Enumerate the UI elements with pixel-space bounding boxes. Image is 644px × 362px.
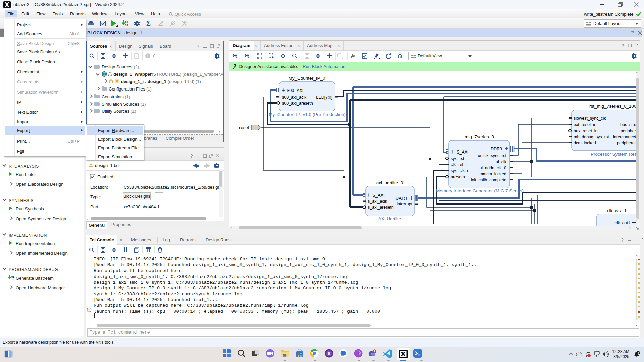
svg-text:aresetn: aresetn [451, 175, 465, 179]
svg-text:10: 10 [11, 278, 14, 281]
svg-text:interconnect_aresetn[0:0]: interconnect_aresetn[0:0] [613, 135, 636, 139]
svg-text:sys_rst: sys_rst [451, 156, 464, 161]
svg-text:clk_wiz_1: clk_wiz_1 [607, 208, 627, 213]
svg-text:ui_clk: ui_clk [496, 160, 507, 164]
svg-text:s00_axi_aclk: s00_axi_aclk [282, 95, 307, 100]
svg-text:interrupt: interrupt [397, 202, 412, 206]
svg-text:s_axi_aresetn: s_axi_aresetn [368, 205, 394, 210]
svg-text:rst_mig_7series_0_100: rst_mig_7series_0_100 [589, 104, 636, 109]
svg-text:bus_struct_reset[0:0]: bus_struct_reset[0:0] [620, 122, 636, 127]
svg-text:s_axi_aclk: s_axi_aclk [368, 199, 387, 204]
svg-text:Processor System Res: Processor System Res [591, 152, 636, 157]
svg-text:?: ? [136, 54, 137, 58]
svg-text:UART: UART [396, 196, 408, 201]
svg-text:ui_clk_sync_rst: ui_clk_sync_rst [478, 153, 507, 158]
svg-text:My_Counter_IP_v1.0 (Pre-Produc: My_Counter_IP_v1.0 (Pre-Production) [269, 112, 346, 117]
svg-text:slowest_sync_clk: slowest_sync_clk [574, 116, 606, 121]
svg-text:dcm_locked: dcm_locked [574, 141, 596, 145]
svg-text:01: 01 [125, 21, 128, 24]
svg-text:10: 10 [125, 24, 128, 27]
svg-text:axi_uartlite_0: axi_uartlite_0 [376, 180, 403, 185]
svg-text:ui_addn_clk_0: ui_addn_clk_0 [479, 166, 506, 170]
svg-text:S00_AXI: S00_AXI [287, 88, 303, 93]
svg-text:mmcm_locked: mmcm_locked [479, 172, 506, 176]
svg-text:ext_reset_in: ext_reset_in [574, 122, 596, 127]
svg-text:Memory Interface Generator (MI: Memory Interface Generator (MIG 7 Series… [436, 188, 524, 193]
svg-text:mb_debug_sys_rst: mb_debug_sys_rst [574, 135, 609, 139]
svg-text:S_AXI: S_AXI [372, 193, 385, 198]
svg-text:DDR3: DDR3 [491, 147, 502, 152]
svg-text:peripheral_aresetn[0:0]: peripheral_aresetn[0:0] [617, 141, 636, 145]
svg-text:S: S [328, 351, 331, 356]
svg-text:S_AXI: S_AXI [457, 150, 468, 155]
svg-text:aux_reset_in: aux_reset_in [574, 129, 598, 133]
svg-text:clk_out1: clk_out1 [614, 221, 630, 225]
svg-text:sys_clk_i: sys_clk_i [451, 168, 468, 173]
svg-text:init_calib_complete: init_calib_complete [471, 178, 506, 182]
svg-text:clk_ref_i: clk_ref_i [451, 162, 467, 167]
svg-text:mig_7series_0: mig_7series_0 [465, 134, 494, 139]
svg-text:LED[7:0]: LED[7:0] [316, 95, 332, 100]
svg-text:s00_axi_aresetn: s00_axi_aresetn [282, 101, 313, 106]
svg-text:My_Counter_IP_0: My_Counter_IP_0 [289, 76, 325, 81]
svg-text:1: 1 [374, 350, 375, 353]
svg-text:reset: reset [239, 125, 249, 130]
svg-text:AXI Uartlite: AXI Uartlite [378, 216, 401, 221]
svg-text:peripheral_reset[0:0]: peripheral_reset[0:0] [621, 129, 636, 133]
